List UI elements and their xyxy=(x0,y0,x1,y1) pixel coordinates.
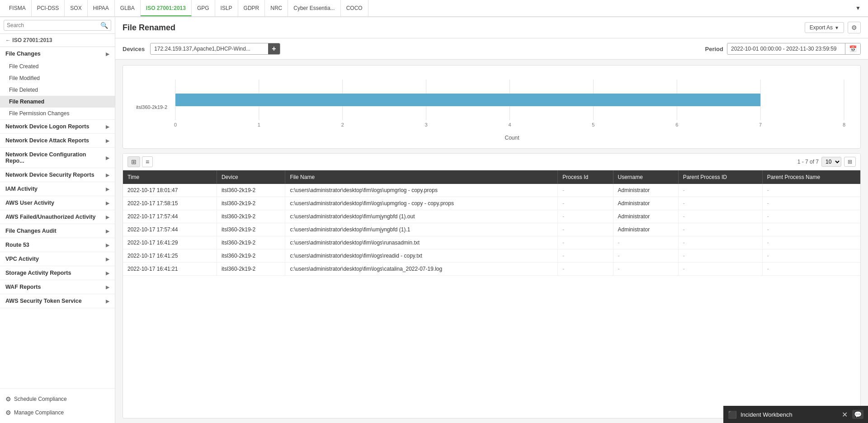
sidebar-section-header-network-device-logon[interactable]: Network Device Logon Reports▶ xyxy=(0,120,115,133)
grid-view-button[interactable]: ⊞ xyxy=(127,156,140,167)
sidebar-section-header-waf-reports[interactable]: WAF Reports▶ xyxy=(0,280,115,294)
table-row[interactable]: 2022-10-17 17:57:44itsl360-2k19-2c:\user… xyxy=(123,210,860,223)
incident-close-button[interactable]: ✕ xyxy=(840,409,849,420)
column-header: File Name xyxy=(285,170,558,184)
rows-per-page-select[interactable]: 10 25 50 xyxy=(821,157,841,167)
chevron-right-icon: ▶ xyxy=(106,138,109,143)
top-nav-item-iso27001[interactable]: ISO 27001:2013 xyxy=(141,0,192,17)
top-nav-item-nrc[interactable]: NRC xyxy=(265,0,288,17)
column-chooser-button[interactable]: ⊞ xyxy=(844,157,856,167)
sidebar-section-header-aws-user-activity[interactable]: AWS User Activity▶ xyxy=(0,196,115,210)
sidebar-section-file-changes-audit: File Changes Audit▶ xyxy=(0,224,115,238)
table-cell: - xyxy=(762,223,860,236)
sidebar-sub-item-file-created[interactable]: File Created xyxy=(0,61,115,72)
svg-text:8: 8 xyxy=(843,122,845,127)
top-nav-item-islp[interactable]: ISLP xyxy=(215,0,238,17)
content-header: File Renamed Export As ▼ ⚙ xyxy=(115,17,868,38)
top-nav-item-sox[interactable]: SOX xyxy=(65,0,87,17)
table-cell: itsl360-2k19-2 xyxy=(217,210,285,223)
sidebar-section-header-storage-activity[interactable]: Storage Activity Reports▶ xyxy=(0,266,115,280)
gear-icon: ⚙ xyxy=(5,395,11,403)
sidebar-section-label: AWS User Activity xyxy=(5,200,54,206)
chevron-right-icon: ▶ xyxy=(106,201,109,206)
period-input[interactable] xyxy=(727,44,845,54)
table-cell: itsl360-2k19-2 xyxy=(217,197,285,210)
chevron-right-icon: ▶ xyxy=(106,271,109,276)
sidebar-sub-item-file-modified[interactable]: File Modified xyxy=(0,72,115,84)
top-nav-item-gpg[interactable]: GPG xyxy=(192,0,215,17)
top-nav-item-fisma[interactable]: FISMA xyxy=(4,0,32,17)
chart-x-label: Count xyxy=(171,135,853,141)
chevron-right-icon: ▶ xyxy=(106,173,109,178)
sidebar-section-label: Network Device Configuration Repo... xyxy=(5,151,106,164)
sidebar-section-label: VPC Activity xyxy=(5,256,39,262)
search-icon-button[interactable]: 🔍 xyxy=(100,22,108,29)
sidebar-sub-item-file-permission-changes[interactable]: File Permission Changes xyxy=(0,108,115,119)
devices-add-button[interactable]: + xyxy=(268,43,279,54)
filter-bar: Devices + Period 📅 xyxy=(115,38,868,60)
export-button[interactable]: Export As ▼ xyxy=(805,22,844,33)
sidebar-section-header-network-device-config[interactable]: Network Device Configuration Repo...▶ xyxy=(0,148,115,168)
sidebar-section-label: Storage Activity Reports xyxy=(5,270,71,276)
table-row[interactable]: 2022-10-17 16:41:25itsl360-2k19-2c:\user… xyxy=(123,249,860,263)
incident-workbench-bar: ⬛ Incident Workbench ✕ 💬 xyxy=(723,406,868,423)
sidebar-section-header-route53[interactable]: Route 53▶ xyxy=(0,238,115,252)
table-cell: - xyxy=(558,249,613,263)
sidebar-section-header-iam-activity[interactable]: IAM Activity▶ xyxy=(0,182,115,196)
table-row[interactable]: 2022-10-17 18:01:47itsl360-2k19-2c:\user… xyxy=(123,184,860,197)
table-cell: 2022-10-17 18:01:47 xyxy=(123,184,217,197)
table-cell: itsl360-2k19-2 xyxy=(217,263,285,276)
table-cell: c:\users\administrator\desktop\fim\logs\… xyxy=(285,249,558,263)
table-area: ⊞ ≡ 1 - 7 of 7 10 25 50 ⊞ TimeDeviceFil xyxy=(123,153,861,418)
svg-text:2: 2 xyxy=(341,122,344,127)
chart-area: itsl360-2k19-2 012345678 Count xyxy=(123,65,861,149)
table-cell: - xyxy=(678,210,762,223)
table-cell: 2022-10-17 16:41:25 xyxy=(123,249,217,263)
sidebar-footer-item-schedule-compliance[interactable]: ⚙Schedule Compliance xyxy=(0,392,115,406)
sidebar-footer: ⚙Schedule Compliance⚙Manage Compliance xyxy=(0,388,115,423)
devices-input[interactable] xyxy=(151,44,268,54)
table-row[interactable]: 2022-10-17 16:41:29itsl360-2k19-2c:\user… xyxy=(123,236,860,249)
chevron-right-icon: ▶ xyxy=(106,215,109,220)
table-row[interactable]: 2022-10-17 17:57:44itsl360-2k19-2c:\user… xyxy=(123,223,860,236)
chart-y-label: itsl360-2k19-2 xyxy=(130,104,171,110)
sidebar-section-header-aws-security-token[interactable]: AWS Security Token Service▶ xyxy=(0,294,115,308)
sidebar-section-network-device-logon: Network Device Logon Reports▶ xyxy=(0,120,115,134)
top-nav-item-cyber[interactable]: Cyber Essentia... xyxy=(288,0,340,17)
top-nav-item-gdpr[interactable]: GDPR xyxy=(238,0,265,17)
calendar-icon-button[interactable]: 📅 xyxy=(845,43,860,54)
list-view-button[interactable]: ≡ xyxy=(142,156,153,167)
top-nav-item-coco[interactable]: COCO xyxy=(341,0,368,17)
more-nav-icon[interactable]: ▼ xyxy=(852,0,864,17)
chevron-right-icon: ▶ xyxy=(106,187,109,192)
sidebar-section-header-aws-failed[interactable]: AWS Failed/Unauthorized Activity▶ xyxy=(0,210,115,224)
chevron-right-icon: ▶ xyxy=(106,257,109,262)
sidebar-section-aws-security-token: AWS Security Token Service▶ xyxy=(0,294,115,308)
table-cell: - xyxy=(678,197,762,210)
table-cell: Administrator xyxy=(613,197,678,210)
top-nav-item-glba[interactable]: GLBA xyxy=(115,0,141,17)
table-cell: - xyxy=(558,223,613,236)
table-cell: - xyxy=(762,249,860,263)
sidebar-section-header-vpc-activity[interactable]: VPC Activity▶ xyxy=(0,252,115,266)
sidebar-section-header-file-changes-audit[interactable]: File Changes Audit▶ xyxy=(0,224,115,238)
top-nav-item-pci-dss[interactable]: PCI-DSS xyxy=(32,0,65,17)
top-nav-item-hipaa[interactable]: HIPAA xyxy=(88,0,115,17)
sidebar-sub-item-file-renamed[interactable]: File Renamed xyxy=(0,96,115,108)
search-input[interactable] xyxy=(4,20,111,31)
sidebar-section-header-network-device-security[interactable]: Network Device Security Reports▶ xyxy=(0,168,115,182)
sidebar-footer-item-manage-compliance[interactable]: ⚙Manage Compliance xyxy=(0,406,115,419)
settings-icon-button[interactable]: ⚙ xyxy=(848,22,861,33)
table-row[interactable]: 2022-10-17 17:58:15itsl360-2k19-2c:\user… xyxy=(123,197,860,210)
table-cell: - xyxy=(678,249,762,263)
table-cell: c:\users\administrator\desktop\fim\umjyn… xyxy=(285,210,558,223)
sidebar-section-header-network-device-attack[interactable]: Network Device Attack Reports▶ xyxy=(0,134,115,147)
svg-text:0: 0 xyxy=(174,122,177,127)
sidebar-section-header-file-changes[interactable]: File Changes▶ xyxy=(0,47,115,61)
table-row[interactable]: 2022-10-17 16:41:21itsl360-2k19-2c:\user… xyxy=(123,263,860,276)
sidebar-section-waf-reports: WAF Reports▶ xyxy=(0,280,115,294)
sidebar-sub-item-file-deleted[interactable]: File Deleted xyxy=(0,84,115,96)
search-box: 🔍 xyxy=(0,17,115,34)
sidebar-back-button[interactable]: ← ISO 27001:2013 xyxy=(0,34,115,47)
incident-chat-button[interactable]: 💬 xyxy=(852,410,863,419)
